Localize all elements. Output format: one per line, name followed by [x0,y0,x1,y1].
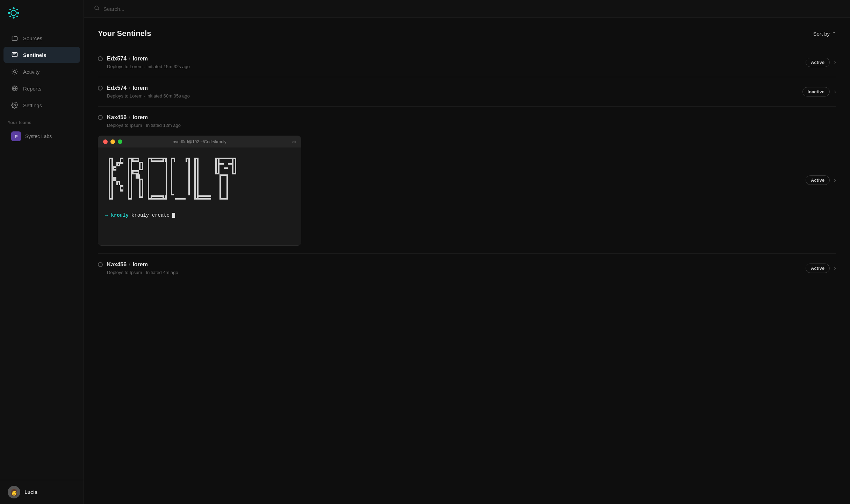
svg-rect-38 [141,180,142,196]
terminal-minimize-button[interactable] [110,139,115,144]
svg-point-5 [9,9,11,10]
team-avatar: P [11,131,21,141]
svg-point-1 [13,7,15,9]
terminal-title: overl0rd@192:~/Code/krouly [173,139,226,144]
sentinel-list: Edx574 / lorem Deploys to Lorem · Initia… [98,48,836,283]
sentinel-row[interactable]: Edx574 / lorem Deploys to Lorem · Initia… [98,77,836,107]
sentinel-row[interactable]: Kax456 / lorem Deploys to Ipsum · Initia… [98,254,836,283]
chevron-down-icon: ⌃ [832,31,836,36]
prompt-command-krouly: krouly [111,213,128,218]
status-badge: Active [806,264,830,273]
sentinel-sub-text: Deploys to Lorem · Initiated 60m 05s ago [98,93,190,99]
sentinel-status-area: Active › [806,58,836,67]
sidebar-item-label-settings: Settings [23,102,42,108]
sidebar-item-activity[interactable]: Activity [3,64,80,80]
svg-rect-65 [217,159,218,173]
folder-icon [11,35,18,42]
svg-rect-25 [121,187,123,189]
sidebar-item-reports[interactable]: Reports [3,80,80,96]
svg-point-7 [9,16,11,17]
sentinel-info: Edx574 / lorem Deploys to Lorem · Initia… [98,85,190,99]
svg-point-10 [14,71,16,73]
svg-rect-37 [134,172,138,173]
sidebar-logo [0,0,84,26]
svg-rect-36 [141,163,142,169]
sentinel-info: Edx574 / lorem Deploys to Lorem · Initia… [98,56,190,69]
sidebar-item-label-activity: Activity [23,69,40,75]
svg-rect-69 [228,159,232,163]
svg-rect-46 [152,197,163,198]
svg-rect-24 [121,159,123,162]
svg-rect-58 [199,197,211,198]
search-input[interactable] [103,6,840,12]
sentinel-title: Kax456 / lorem [98,114,301,121]
content-area: Your Sentinels Sort by ⌃ Edx574 / lorem [84,18,850,504]
sentinel-status-area: Inactive › [802,87,836,96]
svg-point-4 [17,12,19,14]
app-logo-icon [7,6,20,20]
svg-rect-54 [174,162,188,197]
terminal-titlebar: overl0rd@192:~/Code/krouly ↗⊞ [98,136,301,147]
svg-point-3 [8,12,10,14]
svg-rect-43 [149,159,151,198]
terminal-close-button[interactable] [103,139,108,144]
sidebar-item-label-sources: Sources [23,35,42,41]
sentinel-sub-text: Deploys to Ipsum · Initiated 4m ago [98,270,178,275]
sentinel-name: Edx574 / lorem [107,56,148,62]
svg-rect-18 [113,177,116,181]
sort-by-label: Sort by [813,31,830,37]
page-title: Your Sentinels [98,29,151,38]
svg-rect-57 [196,159,197,198]
sentinel-name: Kax456 / lorem [107,114,148,121]
team-name: Systec Labs [25,134,52,139]
sidebar-item-sources[interactable]: Sources [3,30,80,46]
krouly-ascii-art [105,156,294,203]
sentinel-title: Edx574 / lorem [98,56,190,62]
svg-point-12 [14,105,16,106]
svg-rect-34 [129,159,131,198]
sentinel-status-area: Active › [806,264,836,273]
sentinel-row[interactable]: Edx574 / lorem Deploys to Lorem · Initia… [98,48,836,77]
status-badge: Active [806,175,830,185]
svg-rect-66 [233,159,235,173]
sidebar-item-label-sentinels: Sentinels [23,52,46,58]
sentinel-title: Edx574 / lorem [98,85,190,91]
svg-rect-21 [110,159,111,198]
svg-point-13 [95,6,99,10]
krouly-svg [105,156,294,201]
terminal-prompt: → krouly krouly create [105,213,294,218]
svg-rect-23 [118,164,119,165]
svg-point-2 [13,16,15,19]
sentinel-status-dot [98,115,103,120]
svg-point-0 [11,10,16,15]
svg-rect-35 [134,159,138,160]
team-item-systec[interactable]: P Systec Labs [3,128,80,145]
chevron-right-icon: › [834,265,836,272]
sentinel-info: Kax456 / lorem Deploys to Ipsum · Initia… [98,114,301,246]
status-badge: Active [806,58,830,67]
sidebar-item-settings[interactable]: Settings [3,97,80,113]
svg-rect-45 [152,159,163,160]
sidebar-nav: Sources Sentinels Activity Reports [0,26,84,480]
terminal-body: → krouly krouly create [98,147,301,245]
sidebar-item-sentinels[interactable]: Sentinels [3,47,80,63]
svg-rect-32 [136,174,140,179]
sentinel-sub-text: Deploys to Ipsum · Initiated 12m ago [98,123,301,128]
sort-by-button[interactable]: Sort by ⌃ [813,31,836,37]
sentinel-info: Kax456 / lorem Deploys to Ipsum · Initia… [98,261,178,275]
chevron-right-icon: › [834,88,836,95]
terminal-expand-icon[interactable]: ↗⊞ [291,139,296,144]
svg-rect-68 [219,159,224,163]
globe-icon [11,85,18,92]
sentinel-status-dot [98,262,103,267]
svg-point-8 [16,16,18,17]
sentinel-row[interactable]: Kax456 / lorem Deploys to Ipsum · Initia… [98,107,836,254]
svg-rect-53 [175,197,186,198]
sentinel-status-dot [98,86,103,91]
avatar: 👩 [8,486,20,498]
terminal-maximize-button[interactable] [118,139,122,144]
topbar [84,0,850,18]
svg-rect-51 [172,159,174,194]
sidebar-user[interactable]: 👩 Lucia [0,480,84,504]
svg-rect-26 [118,182,119,185]
